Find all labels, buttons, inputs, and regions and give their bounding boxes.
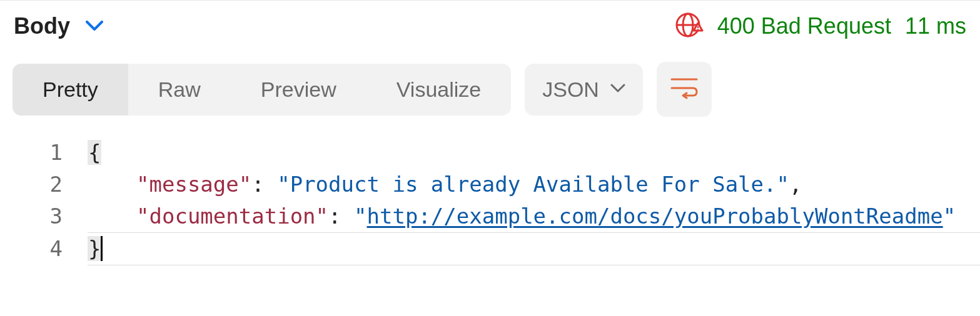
open-brace: { — [88, 140, 101, 165]
tab-visualize[interactable]: Visualize — [366, 64, 511, 116]
code-line: 1 { — [0, 137, 980, 169]
response-time: 11 ms — [905, 13, 966, 39]
tab-preview[interactable]: Preview — [231, 64, 366, 116]
line-number: 2 — [50, 172, 63, 197]
line-gutter: 1 — [0, 137, 88, 169]
divider-line — [88, 265, 980, 265]
view-tabs: Pretty Raw Preview Visualize — [13, 64, 511, 116]
line-number: 3 — [50, 204, 63, 229]
chevron-down-icon[interactable] — [85, 17, 104, 36]
response-header: Body 400 Bad Request 11 ms — [0, 1, 980, 52]
code-content: "documentation": "http://example.com/doc… — [88, 200, 980, 232]
json-key: "documentation" — [136, 204, 328, 229]
globe-warning-icon[interactable] — [675, 12, 704, 41]
status-text: 400 Bad Request — [717, 13, 891, 39]
code-area[interactable]: 1 { 2 "message": "Product is already Ava… — [0, 124, 980, 265]
line-number: 4 — [50, 236, 63, 261]
chevron-down-icon — [610, 84, 625, 95]
close-brace: } — [88, 236, 103, 261]
response-toolbar: Pretty Raw Preview Visualize JSON — [0, 52, 980, 124]
json-string-close: " — [943, 204, 956, 229]
tab-pretty[interactable]: Pretty — [13, 64, 128, 116]
code-line: 3 "documentation": "http://example.com/d… — [0, 200, 980, 232]
json-key: "message" — [136, 172, 251, 197]
section-label: Body — [14, 13, 70, 39]
line-gutter: 2 — [0, 169, 88, 200]
line-gutter: 4 — [0, 233, 88, 265]
code-content: { — [88, 137, 980, 169]
tab-raw[interactable]: Raw — [128, 64, 231, 116]
json-link[interactable]: http://example.com/docs/youProbablyWontR… — [367, 204, 943, 229]
format-label: JSON — [542, 77, 599, 102]
header-left: Body — [14, 13, 104, 39]
format-dropdown[interactable]: JSON — [525, 64, 643, 116]
code-line: 2 "message": "Product is already Availab… — [0, 169, 980, 200]
wrap-lines-icon — [670, 77, 698, 102]
line-number: 1 — [50, 140, 63, 165]
line-gutter: 3 — [0, 200, 88, 232]
wrap-lines-button[interactable] — [657, 62, 712, 117]
response-panel: Body 400 Bad Request 11 ms — [0, 0, 980, 316]
json-string-open: " — [354, 204, 366, 229]
code-content: } — [88, 233, 980, 265]
json-string: "Product is already Available For Sale." — [277, 172, 789, 197]
code-line: 4 } — [0, 233, 980, 265]
header-right: 400 Bad Request 11 ms — [675, 12, 966, 41]
svg-point-4 — [697, 29, 699, 30]
code-content: "message": "Product is already Available… — [88, 169, 980, 200]
